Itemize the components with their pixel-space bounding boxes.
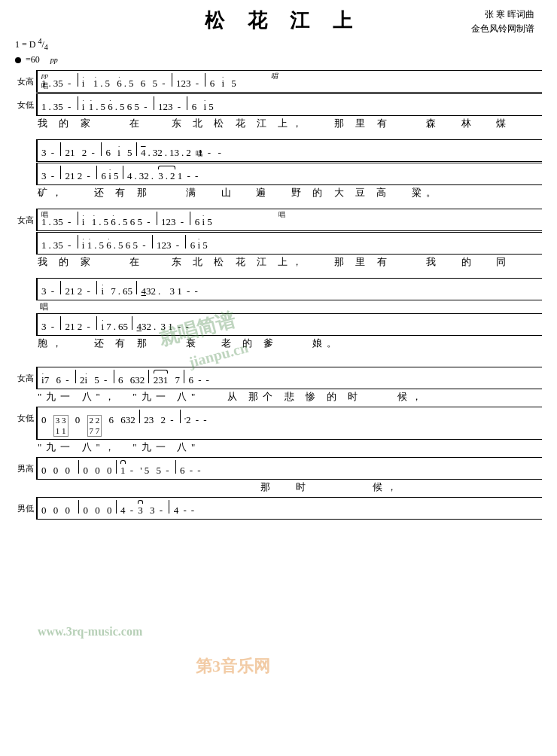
key-tempo-area: 1 = D 4/4 (15, 37, 542, 51)
section-2: 3 - 21 2 - 唱 6 i 5 4.32.13.2 1 - (15, 139, 542, 200)
label-s3-nvgao: 女高 (15, 209, 36, 231)
row-s3-nvgao: 女高 唱 1.35 - i 1.5 6.5 6 5 - 唱 123 - 6 i (15, 209, 542, 231)
composer-info: 张 寒 晖词曲 金色风铃网制谱 (471, 8, 534, 36)
lyrics-3: 我 的 家 在 东 北 松 花 江 上， 那 里 有 我 的 同 (15, 255, 542, 269)
row-s4-top: 3 - 21 2 - i 7.65 432. 3 1 -- (15, 278, 542, 300)
tempo-value: =60 (26, 54, 40, 66)
hum-2: 唱 (271, 72, 278, 81)
lyrics-s5-nangao: 那 时 候， (15, 480, 542, 494)
composer-line: 张 寒 晖词曲 (471, 8, 534, 22)
label-s5-nvgao: 女高 (15, 367, 36, 389)
row-s5-nangao: 男高 0 0 0 0 0 0 1 - (15, 457, 542, 480)
bar3 (205, 73, 205, 87)
n5: 1 (93, 78, 99, 90)
label-s5-nvdi: 女低 (15, 407, 36, 439)
label-s5-nangao: 男高 (15, 457, 36, 480)
lyrics-1: 我 的 家 在 东 北 松 花 江 上， 那 里 有 森 林 煤 (15, 117, 542, 130)
hum-s3b: 唱 (278, 210, 285, 220)
staff-s5-nvdi: 0 3 3 1 1 0 2 2 7 7 6 632 23 (36, 407, 542, 439)
label-s5-nandi: 男低 (15, 497, 36, 520)
staff-s5-nangao: 0 0 0 0 0 0 1 - '5 (36, 457, 542, 480)
row-s4-bot: 3 - 21 2 - i 7.65 432. 3 1 -- (15, 313, 542, 336)
main-title: 松 花 江 上 (15, 8, 542, 34)
lyrics-s5-nvgao: "九一 八"， "九一 八" 从 那个 悲 惨 的 时 候， (15, 390, 542, 404)
row-s2-nvgao: 3 - 21 2 - 唱 6 i 5 4.32.13.2 1 - (15, 139, 542, 162)
watermark-4: 第3音乐网 (196, 655, 270, 678)
staff-s3-nvdi: 1.35 - i 1.5 6.5 6 5 - 123 - 6 i 5 (36, 232, 542, 255)
staff-s2-nvdi: 3 - 21 2 - 6 i 5 4.32. 3.2 1 -- (36, 163, 542, 185)
row-s3-nvdi: 1.35 - i 1.5 6.5 6 5 - 123 - 6 i 5 (15, 232, 542, 255)
n1: 1 (41, 78, 47, 90)
staff-nvgao-1: pp 唱 1.35 - i 1.5 6.5 6 5 - 唱 1 (36, 70, 542, 93)
tie-arc (158, 166, 175, 169)
staff-s4-top: 3 - 21 2 - i 7.65 432. 3 1 -- (36, 278, 542, 300)
note-dot-icon (15, 57, 21, 63)
staff-s5-nandi: 0 0 0 0 0 0 4 - 3 (36, 497, 542, 520)
n8: 5 (129, 78, 134, 90)
key-display: 1 = D 4/4 (15, 37, 48, 51)
staff-s2-nvgao: 3 - 21 2 - 唱 6 i 5 4.32.13.2 1 - (36, 139, 542, 162)
staff-nvdi-1: 1.35 - i 1.5 6.5 6 5 - 123 - 6 i 5 (36, 93, 542, 116)
n14: 6 (210, 78, 215, 90)
n3: 5 (58, 78, 63, 90)
row-s2-nvdi: 3 - 21 2 - 6 i 5 4.32. 3.2 1 -- (15, 163, 542, 185)
label-s4-bot (15, 313, 36, 336)
row-s5-nandi: 男低 0 0 0 0 0 0 4 - 3 (15, 497, 542, 520)
staff-s3-nvgao: 唱 1.35 - i 1.5 6.5 6 5 - 唱 123 - 6 i 5 (36, 209, 542, 231)
n6: 5 (105, 78, 110, 90)
bar2 (172, 73, 172, 87)
label-s2-nvdi (15, 163, 36, 185)
label-nvgao-1: 女高 (15, 70, 36, 93)
hum-label-s4: 唱 (36, 301, 48, 312)
spacer-1 (15, 359, 542, 367)
lyrics-4: 胞， 还 有 那 衰 老 的 爹 娘。 (15, 337, 542, 350)
lyrics-2: 矿， 还 有 那 满 山 遍 野 的 大 豆 高 粱。 (15, 186, 542, 200)
n7: 6 (117, 78, 122, 90)
section-4: 3 - 21 2 - i 7.65 432. 3 1 -- 唱 (15, 278, 542, 350)
pp-mark: pp (50, 56, 58, 64)
n9: 6 (141, 78, 146, 90)
label-s2-nvgao (15, 139, 36, 162)
tempo-area: =60 pp (15, 54, 542, 66)
label-s4-top (15, 278, 36, 300)
row-nvdi-1: 女低 1.35 - i 1.5 6.5 6 5 - 123 - 6 i 5 (15, 93, 542, 116)
bar1 (78, 73, 78, 87)
label-s3-nvdi (15, 232, 36, 255)
row-s4-hum: 唱 (15, 301, 542, 312)
staff-s4-bot: 3 - 21 2 - i 7.65 432. 3 1 -- (36, 313, 542, 336)
section-5: 女高 i7 6 - 2i 5 - 6 632 231 (15, 367, 542, 519)
label-nvdi-1: 女低 (15, 93, 36, 116)
row-s5-nvdi: 女低 0 3 3 1 1 0 2 2 7 7 6 632 (15, 407, 542, 439)
row-nvgao-1: 女高 pp 唱 1.35 - i 1.5 6.5 6 5 - (15, 70, 542, 93)
n4: i (82, 78, 85, 90)
section-1: 女高 pp 唱 1.35 - i 1.5 6.5 6 5 - (15, 70, 542, 130)
section-3: 女高 唱 1.35 - i 1.5 6.5 6 5 - 唱 123 - 6 i (15, 209, 542, 269)
n16: 5 (231, 78, 236, 90)
title-area: 松 花 江 上 张 寒 晖词曲 金色风铃网制谱 (15, 8, 542, 34)
staff-s5-nvgao: i7 6 - 2i 5 - 6 632 231 7 (36, 367, 542, 389)
n15: i (221, 78, 224, 90)
arranger-line: 金色风铃网制谱 (471, 22, 534, 36)
row-s5-nvgao: 女高 i7 6 - 2i 5 - 6 632 231 (15, 367, 542, 389)
page-container: 松 花 江 上 张 寒 晖词曲 金色风铃网制谱 1 = D 4/4 =60 pp… (0, 0, 557, 756)
n10: 5 (152, 78, 157, 90)
watermark-3: www.3rq-music.com (38, 625, 142, 639)
lyrics-s5-nvdi: "九一 八"， "九一 八" (15, 440, 542, 454)
n13: 3 (186, 78, 191, 90)
